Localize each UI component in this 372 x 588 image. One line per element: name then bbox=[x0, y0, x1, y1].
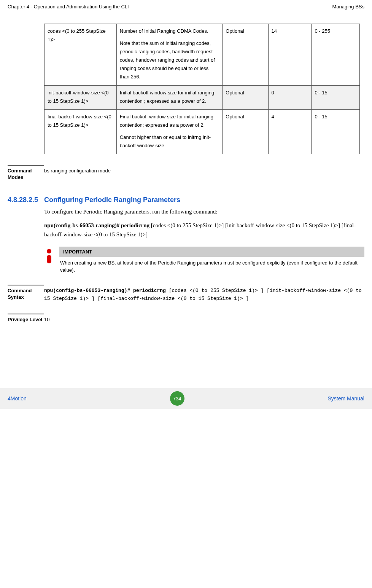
important-text: When creating a new BS, at least one of … bbox=[59, 259, 364, 274]
parameter-table: codes <(0 to 255 StepSize 1)> Number of … bbox=[44, 24, 360, 154]
param-cell: codes <(0 to 255 StepSize 1)> bbox=[45, 24, 117, 86]
desc-text: Note that the sum of initial ranging cod… bbox=[120, 40, 215, 80]
desc-cell: Number of Initial Ranging CDMA Codes. No… bbox=[116, 24, 222, 86]
section-number: 4.8.28.2.5 bbox=[8, 196, 44, 204]
range-cell: 0 - 255 bbox=[312, 24, 360, 86]
footer-brand: 4Motion bbox=[8, 395, 27, 402]
footer-page-number: 734 bbox=[170, 391, 184, 406]
default-cell: 0 bbox=[268, 85, 312, 109]
presence-cell: Optional bbox=[223, 24, 268, 86]
privilege-level-value: 10 bbox=[44, 314, 364, 324]
section-title: Configuring Periodic Ranging Parameters bbox=[44, 196, 180, 204]
desc-cell: Initial backoff window size for initial … bbox=[116, 85, 222, 109]
param-cell: final-backoff-window-size <(0 to 15 Step… bbox=[45, 109, 117, 154]
header-right: Managing BSs bbox=[332, 4, 364, 10]
command-syntax-block: Command Syntax npu(config-bs-66053-rangi… bbox=[8, 285, 364, 303]
range-cell: 0 - 15 bbox=[312, 109, 360, 154]
footer-system-manual: System Manual bbox=[328, 395, 364, 402]
important-header: IMPORTANT bbox=[59, 247, 364, 257]
command-syntax-label: Command Syntax bbox=[8, 285, 44, 303]
desc-text: Cannot higher than or equal to initrng i… bbox=[120, 134, 211, 148]
section-intro: To configure the Periodic Ranging parame… bbox=[44, 207, 364, 216]
table-row: codes <(0 to 255 StepSize 1)> Number of … bbox=[45, 24, 360, 86]
command-syntax-bold: npu(config-bs-66053-ranging)# periodicrn… bbox=[44, 288, 166, 293]
section-command: npu(config-bs-66053-ranging)# periodicrn… bbox=[44, 221, 364, 239]
range-cell: 0 - 15 bbox=[312, 85, 360, 109]
desc-cell: Final backoff window size for initial ra… bbox=[116, 109, 222, 154]
command-syntax-value: npu(config-bs-66053-ranging)# periodicrn… bbox=[44, 285, 364, 303]
command-modes-block: Command Modes bs ranging configuration m… bbox=[8, 165, 364, 181]
presence-cell: Optional bbox=[223, 109, 268, 154]
command-modes-label: Command Modes bbox=[8, 165, 44, 181]
section-heading: 4.8.28.2.5Configuring Periodic Ranging P… bbox=[8, 196, 364, 204]
privilege-level-label: Privilege Level bbox=[8, 314, 44, 324]
table-row: init-backoff-window-size <(0 to 15 StepS… bbox=[45, 85, 360, 109]
page-footer: 4Motion 734 System Manual bbox=[0, 388, 372, 409]
header-left: Chapter 4 - Operation and Administration… bbox=[8, 4, 129, 10]
command-modes-value: bs ranging configuration mode bbox=[44, 165, 364, 181]
desc-text: Final backoff window size for initial ra… bbox=[120, 114, 213, 128]
presence-cell: Optional bbox=[223, 85, 268, 109]
command-bold: npu(config-bs-66053-ranging)# periodicrn… bbox=[44, 222, 149, 228]
important-callout: IMPORTANT When creating a new BS, at lea… bbox=[44, 247, 364, 274]
desc-text: Number of Initial Ranging CDMA Codes. bbox=[120, 28, 208, 34]
privilege-level-block: Privilege Level 10 bbox=[8, 314, 364, 324]
param-cell: init-backoff-window-size <(0 to 15 StepS… bbox=[45, 85, 117, 109]
page-header: Chapter 4 - Operation and Administration… bbox=[0, 0, 372, 12]
info-icon bbox=[44, 249, 54, 264]
table-row: final-backoff-window-size <(0 to 15 Step… bbox=[45, 109, 360, 154]
default-cell: 4 bbox=[268, 109, 312, 154]
default-cell: 14 bbox=[268, 24, 312, 86]
